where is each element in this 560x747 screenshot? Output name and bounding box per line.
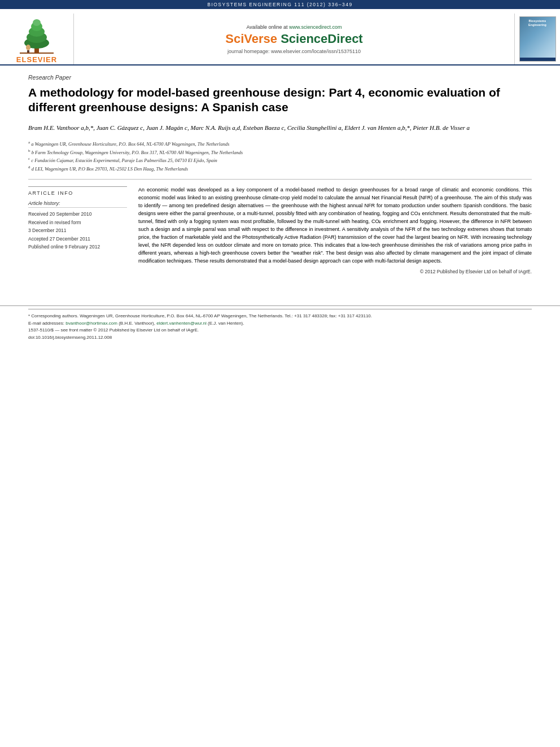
sciencedirect-link[interactable]: www.sciencedirect.com: [289, 24, 342, 30]
history-accepted: Accepted 27 December 2011: [28, 235, 127, 243]
sciverse-logo: SciVerse ScienceDirect: [225, 32, 362, 46]
svg-rect-6: [20, 53, 54, 54]
email-link-henten[interactable]: eldert.vanhenten@wur.nl: [156, 321, 207, 326]
affiliation-c: c c Fundación Cajamar, Estación Experime…: [28, 156, 532, 164]
journal-cover-area: Biosystems Engineering: [515, 14, 560, 64]
affiliation-a: a a Wageningen UR, Greenhouse Horticultu…: [28, 139, 532, 148]
affiliation-b: b b Farm Technology Group, Wageningen Un…: [28, 148, 532, 156]
issn-footnote: 1537-5110/$ — see front matter © 2012 Pu…: [28, 327, 532, 334]
elsevier-logo: ELSEVIER: [14, 15, 59, 64]
article-title: A methodology for model-based greenhouse…: [28, 85, 532, 115]
footer-area: * Corresponding authors. Wageningen UR, …: [0, 305, 560, 353]
sciverse-area: Available online at www.sciencedirect.co…: [73, 14, 515, 64]
copyright-notice: © 2012 Published by Elsevier Ltd on beha…: [138, 269, 532, 274]
affiliations-list: a a Wageningen UR, Greenhouse Horticultu…: [28, 139, 532, 180]
footnote-section: * Corresponding authors. Wageningen UR, …: [28, 309, 532, 342]
email-footnote: E-mail addresses: bvanthoor@hortimax.com…: [28, 320, 532, 327]
corresponding-authors-footnote: * Corresponding authors. Wageningen UR, …: [28, 313, 532, 320]
doi-footnote: doi:10.1016/j.biosystemseng.2011.12.008: [28, 334, 532, 342]
page-header: ELSEVIER Available online at www.science…: [0, 9, 560, 65]
journal-cover-image: Biosystems Engineering: [519, 16, 556, 62]
article-info-column: ARTICLE INFO Article history: Received 2…: [28, 186, 127, 274]
svg-rect-8: [27, 50, 29, 53]
article-history-label: Article history:: [28, 200, 127, 208]
svg-point-7: [26, 45, 30, 50]
authors-list: Bram H.E. Vanthoor a,b,*, Juan C. Gázque…: [28, 123, 532, 133]
article-type-label: Research Paper: [28, 74, 532, 81]
abstract-column: An economic model was developed as a key…: [138, 186, 532, 274]
main-content: Research Paper A methodology for model-b…: [0, 65, 560, 283]
abstract-text: An economic model was developed as a key…: [138, 186, 532, 265]
elsevier-brand-text: ELSEVIER: [16, 55, 57, 64]
history-revised-label: Received in revised form: [28, 219, 127, 226]
elsevier-tree-icon: [14, 15, 59, 54]
elsevier-logo-area: ELSEVIER: [0, 14, 73, 64]
available-online-text: Available online at www.sciencedirect.co…: [247, 24, 342, 30]
history-revised-date: 3 December 2011: [28, 226, 127, 234]
article-info-header: ARTICLE INFO: [28, 186, 127, 196]
cover-stripe: [520, 58, 555, 61]
history-published: Published online 9 February 2012: [28, 243, 127, 251]
two-column-section: ARTICLE INFO Article history: Received 2…: [28, 186, 532, 274]
journal-homepage-text: journal homepage: www.elsevier.com/locat…: [228, 49, 361, 54]
email-link-vanthoor[interactable]: bvanthoor@hortimax.com: [65, 321, 117, 326]
affiliation-d: d d LEI, Wageningen UR, P.O Box 29703, N…: [28, 164, 532, 173]
history-received: Received 20 September 2010: [28, 210, 127, 218]
journal-bar: BIOSYSTEMS ENGINEERING 111 (2012) 336–34…: [0, 0, 560, 9]
cover-title: Biosystems Engineering: [528, 19, 546, 27]
svg-point-5: [33, 19, 41, 26]
